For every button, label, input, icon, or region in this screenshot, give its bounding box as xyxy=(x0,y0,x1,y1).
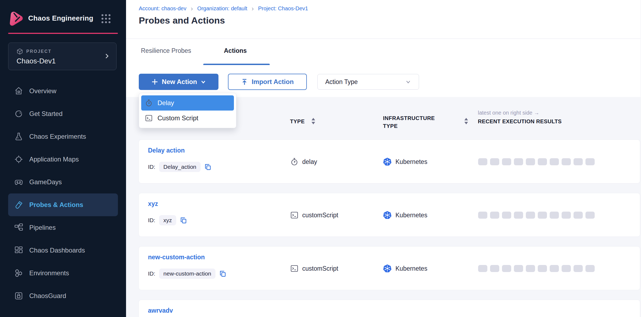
project-selector[interactable]: PROJECT Chaos-Dev1 xyxy=(8,43,117,70)
sort-icon[interactable] xyxy=(311,118,315,124)
dropdown-item-delay[interactable]: Delay xyxy=(141,95,234,111)
execution-result-placeholder xyxy=(478,158,487,165)
dashboard-icon xyxy=(14,246,23,255)
execution-result-placeholder xyxy=(526,212,535,219)
type-cell: customScript xyxy=(290,193,338,237)
sidebar-item-gamedays[interactable]: GameDays xyxy=(8,171,118,193)
type-cell: delay xyxy=(290,300,317,317)
sidebar-item-chaos-dashboards[interactable]: Chaos Dashboards xyxy=(8,239,118,262)
hexagons-icon xyxy=(14,269,23,278)
action-type-select[interactable]: Action Type xyxy=(317,74,419,90)
sort-icon[interactable] xyxy=(464,118,468,124)
scrollbar-gutter[interactable] xyxy=(640,0,644,317)
recent-execution-results xyxy=(478,265,595,272)
execution-result-placeholder xyxy=(502,265,511,272)
infrastructure-cell: Kubernetes xyxy=(383,193,427,237)
execution-result-placeholder xyxy=(550,212,559,219)
breadcrumb: Account: chaos-dev › Organization: defau… xyxy=(139,5,308,12)
sidebar-item-label: Overview xyxy=(29,87,56,95)
dropdown-item-custom-script[interactable]: Custom Script xyxy=(141,111,234,126)
copy-icon[interactable] xyxy=(204,163,211,170)
import-action-button[interactable]: Import Action xyxy=(228,74,307,90)
crosshair-icon xyxy=(14,155,23,164)
breadcrumb-project-link[interactable]: Project: Chaos-Dev1 xyxy=(258,5,308,12)
copy-icon[interactable] xyxy=(180,217,187,224)
execution-result-placeholder xyxy=(538,212,547,219)
action-name-link[interactable]: xyz xyxy=(148,200,158,208)
terminal-icon xyxy=(290,211,298,219)
app-window: Chaos Engineering PROJECT Chaos-Dev1 xyxy=(0,0,644,317)
execution-result-placeholder xyxy=(502,212,511,219)
pipeline-icon xyxy=(14,223,23,232)
execution-result-placeholder xyxy=(514,158,523,165)
sidebar-item-chaosguard[interactable]: ChaosGuard xyxy=(8,284,118,307)
execution-result-placeholder xyxy=(585,158,595,165)
action-name-link[interactable]: Delay action xyxy=(148,147,185,154)
sidebar-item-environments[interactable]: Environments xyxy=(8,262,118,284)
id-label: ID: xyxy=(148,270,155,277)
breadcrumb-account-link[interactable]: Account: chaos-dev xyxy=(139,5,186,12)
sidebar-item-application-maps[interactable]: Application Maps xyxy=(8,148,118,171)
infrastructure-value: Kubernetes xyxy=(395,158,427,166)
recent-results-note: latest one on right side → xyxy=(478,110,539,116)
sidebar-item-overview[interactable]: Overview xyxy=(8,80,118,102)
sidebar-header: Chaos Engineering xyxy=(0,0,126,33)
breadcrumb-organization-link[interactable]: Organization: default xyxy=(197,5,247,12)
table-row: Delay action ID: Delay_action delay xyxy=(139,140,640,183)
id-label: ID: xyxy=(148,217,155,224)
flask-icon xyxy=(14,132,23,141)
tab-resilience-probes[interactable]: Resilience Probes xyxy=(141,47,191,54)
column-header-infrastructure-type[interactable]: INFRASTRUCTURE TYPE xyxy=(383,114,444,130)
sidebar-item-pipelines[interactable]: Pipelines xyxy=(8,216,118,239)
action-id-line: ID: Delay_action xyxy=(148,161,211,172)
lock-icon xyxy=(14,291,23,300)
sidebar-item-label: Chaos Experiments xyxy=(29,133,86,140)
action-name-link[interactable]: awrvadv xyxy=(148,307,173,314)
action-type-value: Action Type xyxy=(325,78,358,86)
table-row: awrvadv delay Linux xyxy=(139,300,640,317)
action-id-value: new-custom-action xyxy=(159,269,215,279)
home-icon xyxy=(14,86,23,96)
sidebar-item-chaos-experiments[interactable]: Chaos Experiments xyxy=(8,125,118,148)
execution-result-placeholder xyxy=(574,212,583,219)
sidebar-item-get-started[interactable]: Get Started xyxy=(8,102,118,125)
execution-result-placeholder xyxy=(538,158,547,165)
table-row: new-custom-action ID: new-custom-action … xyxy=(139,246,640,290)
execution-result-placeholder xyxy=(490,265,499,272)
execution-result-placeholder xyxy=(550,265,559,272)
sidebar-item-label: Environments xyxy=(29,269,69,277)
sidebar-item-probes-actions[interactable]: Probes & Actions xyxy=(8,193,118,216)
execution-result-placeholder xyxy=(526,158,535,165)
execution-result-placeholder xyxy=(490,158,499,165)
copy-icon[interactable] xyxy=(219,270,226,277)
execution-result-placeholder xyxy=(585,265,595,272)
new-action-dropdown-menu: Delay Custom Script xyxy=(139,93,236,128)
column-header-recent-execution-results: RECENT EXECUTION RESULTS xyxy=(478,118,562,125)
project-name: Chaos-Dev1 xyxy=(17,57,56,65)
action-id-line: ID: new-custom-action xyxy=(148,268,226,279)
cube-icon xyxy=(17,48,23,55)
execution-result-placeholder xyxy=(502,158,511,165)
terminal-icon xyxy=(145,114,153,122)
new-action-button[interactable]: New Action xyxy=(139,74,218,90)
project-label: PROJECT xyxy=(26,49,51,54)
execution-result-placeholder xyxy=(478,212,487,219)
execution-result-placeholder xyxy=(562,158,571,165)
execution-result-placeholder xyxy=(514,265,523,272)
execution-result-placeholder xyxy=(490,212,499,219)
execution-result-placeholder xyxy=(585,212,595,219)
chevron-down-icon xyxy=(405,79,411,85)
infrastructure-cell: Kubernetes xyxy=(383,140,427,184)
execution-result-placeholder xyxy=(550,158,559,165)
sidebar-nav: Overview Get Started Chaos Experiments xyxy=(8,80,118,307)
id-label: ID: xyxy=(148,164,155,170)
table-row: xyz ID: xyz customScript xyxy=(139,193,640,237)
column-header-type[interactable]: TYPE xyxy=(290,118,305,125)
type-cell: customScript xyxy=(290,247,338,290)
action-name-link[interactable]: new-custom-action xyxy=(148,254,205,261)
kubernetes-icon xyxy=(383,211,392,219)
chevron-right-icon xyxy=(103,53,110,60)
toolbar: New Action Import Action Action Type xyxy=(126,65,644,97)
tab-actions[interactable]: Actions xyxy=(224,47,247,54)
module-grid-icon[interactable] xyxy=(101,14,111,24)
